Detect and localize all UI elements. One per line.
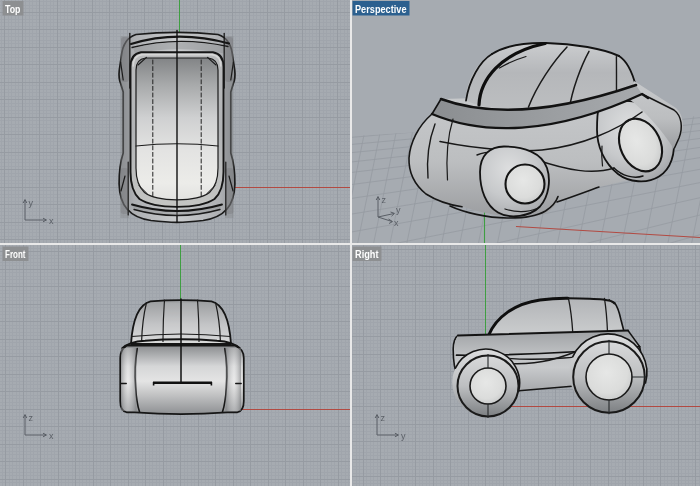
svg-text:x: x xyxy=(394,218,399,228)
svg-text:Top: Top xyxy=(5,3,21,15)
svg-text:Front: Front xyxy=(5,248,26,260)
svg-text:z: z xyxy=(382,195,387,205)
svg-text:y: y xyxy=(29,198,34,208)
svg-text:Perspective: Perspective xyxy=(355,3,407,15)
svg-text:x: x xyxy=(49,216,54,226)
svg-text:z: z xyxy=(381,413,386,423)
svg-text:y: y xyxy=(401,431,406,441)
svg-text:Right: Right xyxy=(355,248,379,260)
svg-text:x: x xyxy=(49,431,54,441)
svg-text:z: z xyxy=(29,413,34,423)
svg-text:y: y xyxy=(396,205,401,215)
